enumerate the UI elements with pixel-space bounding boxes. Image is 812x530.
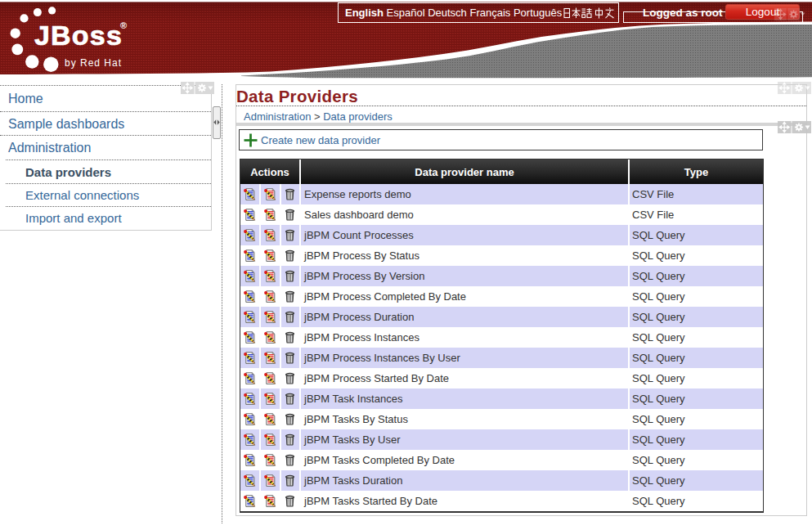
svg-text:by Red Hat: by Red Hat bbox=[65, 57, 122, 69]
svg-text:®: ® bbox=[120, 20, 127, 30]
svg-text:JBoss: JBoss bbox=[34, 20, 123, 51]
